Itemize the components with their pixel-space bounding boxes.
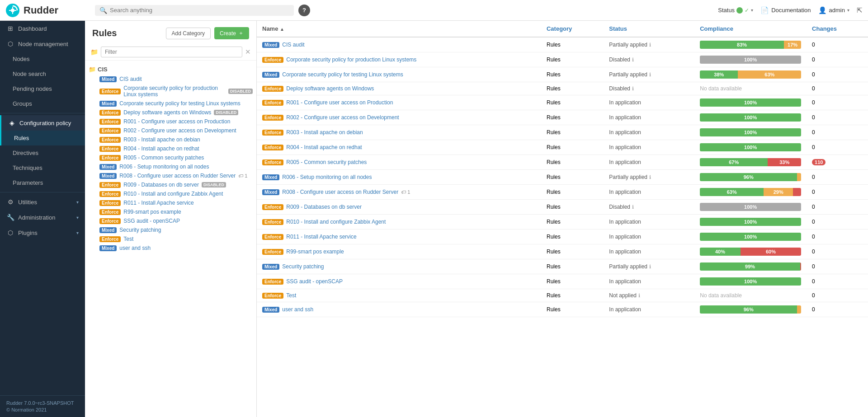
tree-item[interactable]: MixedSecurity patching [85,225,256,234]
row-badge: Enforce [262,234,283,240]
sidebar-item-node-management[interactable]: ⬡ Node management [0,36,85,52]
table-row[interactable]: EnforceR001 - Configure user access on P… [257,95,868,110]
dashboard-icon: ⊞ [6,25,14,32]
tree-item[interactable]: EnforceR99-smart pos example [85,207,256,216]
sidebar-item-techniques[interactable]: Techniques [0,160,85,175]
table-row[interactable]: EnforceR010 - Install and configure Zabb… [257,215,868,230]
search-input[interactable] [110,7,289,14]
search-bar[interactable]: 🔍 [95,5,294,16]
row-name[interactable]: R006 - Setup monitoring on all nodes [282,174,372,180]
col-status[interactable]: Status [604,21,694,37]
table-row[interactable]: MixedSecurity patchingRulesPartially app… [257,259,868,274]
sidebar-item-dashboard[interactable]: ⊞ Dashboard [0,21,85,36]
row-name[interactable]: R003 - Install apache on debian [286,129,363,136]
sidebar-item-groups[interactable]: Groups [0,96,85,111]
tree-item[interactable]: Mixeduser and ssh [85,244,256,253]
row-name[interactable]: Security patching [282,263,324,270]
row-name[interactable]: R008 - Configure user access on Rudder S… [282,189,398,195]
tree-item[interactable]: EnforceCorporate security policy for pro… [85,84,256,99]
table-row[interactable]: EnforceCorporate security policy for pro… [257,52,868,67]
col-name[interactable]: Name ▲ [257,21,541,37]
row-name[interactable]: Corporate security policy for testing Li… [282,71,403,78]
compliance-bar: 38%63% [700,70,801,79]
table-row[interactable]: EnforceR99-smart pos exampleRulesIn appl… [257,244,868,259]
status-info-icon[interactable]: ℹ [632,86,634,92]
tree-item[interactable]: MixedR008 - Configure user access on Rud… [85,171,256,180]
row-name[interactable]: Corporate security policy for production… [286,56,416,63]
tree-item[interactable]: MixedR006 - Setup monitoring on all node… [85,162,256,171]
table-row[interactable]: EnforceR009 - Databases on db serverRule… [257,200,868,215]
tree-item[interactable]: EnforceDeploy software agents on Windows… [85,108,256,117]
sidebar-item-utilities[interactable]: ⚙ Utilities ▾ [0,194,85,210]
tree-item[interactable]: EnforceR010 - Install and configure Zabb… [85,189,256,198]
tree-item[interactable]: EnforceR005 - Common security patches [85,153,256,162]
row-name[interactable]: R011 - Install Apache service [286,234,356,240]
tree-item[interactable]: EnforceR011 - Install Apache service [85,198,256,207]
sidebar-item-node-search[interactable]: Node search [0,66,85,81]
status-info-icon[interactable]: ℹ [632,57,634,63]
table-row[interactable]: MixedR008 - Configure user access on Rud… [257,185,868,200]
status-info-icon[interactable]: ℹ [649,264,651,270]
create-button[interactable]: Create ＋ [214,27,249,39]
row-name[interactable]: CIS audit [282,42,304,48]
tree-item[interactable]: EnforceSSG audit - openSCAP [85,216,256,225]
help-button[interactable]: ? [298,5,310,16]
col-changes[interactable]: Changes [807,21,868,37]
docs-button[interactable]: 📄 Documentation [760,6,811,14]
status-info-icon[interactable]: ℹ [632,204,634,210]
row-name[interactable]: SSG audit - openSCAP [286,278,343,285]
row-name[interactable]: Test [286,292,296,299]
admin-button[interactable]: 👤 admin ▾ [818,6,849,14]
tree-item[interactable]: MixedCorporate security policy for testi… [85,99,256,108]
sidebar-item-directives[interactable]: Directives [0,145,85,160]
table-row[interactable]: EnforceDeploy software agents on Windows… [257,82,868,95]
status-info-icon[interactable]: ℹ [638,293,640,299]
sidebar-item-plugins[interactable]: ⬡ Plugins ▾ [0,225,85,240]
col-category[interactable]: Category [541,21,604,37]
row-name[interactable]: R004 - Install apache on redhat [286,144,362,150]
table-row[interactable]: MixedR006 - Setup monitoring on all node… [257,170,868,185]
table-row[interactable]: Mixeduser and sshRulesIn application96%0 [257,302,868,317]
tree-item[interactable]: EnforceR004 - Install apache on redhat [85,144,256,153]
filter-clear-button[interactable]: ✕ [245,48,251,56]
add-category-button[interactable]: Add Category [166,28,211,39]
row-name[interactable]: user and ssh [282,306,313,313]
table-row[interactable]: EnforceR004 - Install apache on redhatRu… [257,140,868,155]
table-row[interactable]: MixedCIS auditRulesPartially appliedℹ83%… [257,37,868,52]
sidebar-item-nodes[interactable]: Nodes [0,52,85,66]
status-button[interactable]: Status ✓ ▾ [718,7,753,14]
tree-item[interactable]: MixedCIS audit [85,75,256,84]
table-row[interactable]: EnforceR005 - Common security patchesRul… [257,155,868,170]
row-name[interactable]: Deploy software agents on Windows [286,85,374,92]
sidebar-item-administration[interactable]: 🔧 Administration ▾ [0,210,85,225]
row-name[interactable]: R002 - Configure user access on Developm… [286,114,399,121]
row-name[interactable]: R009 - Databases on db server [286,204,362,210]
table-row[interactable]: EnforceTestRulesNot appliedℹNo data avai… [257,289,868,302]
cell-changes: 0 [807,185,868,200]
sidebar-item-pending-nodes[interactable]: Pending nodes [0,81,85,96]
table-row[interactable]: EnforceR002 - Configure user access on D… [257,110,868,125]
status-info-icon[interactable]: ℹ [649,72,651,78]
table-row[interactable]: EnforceR003 - Install apache on debianRu… [257,125,868,140]
filter-input[interactable] [101,47,242,57]
tree-item[interactable]: EnforceR009 - Databases on db serverDISA… [85,180,256,189]
tree-category-cis[interactable]: 📁 CIS [85,64,256,75]
tree-item[interactable]: EnforceR003 - Install apache on debian [85,135,256,144]
table-row[interactable]: EnforceR011 - Install Apache serviceRule… [257,230,868,244]
row-name[interactable]: R99-smart pos example [286,248,344,255]
sidebar-item-rules[interactable]: Rules [0,131,85,145]
row-name[interactable]: R005 - Common security patches [286,159,367,165]
sidebar-item-configuration-policy[interactable]: ◈ Configuration policy [0,115,85,131]
col-compliance[interactable]: Compliance [694,21,807,37]
table-row[interactable]: EnforceSSG audit - openSCAPRulesIn appli… [257,274,868,289]
sidebar-item-parameters[interactable]: Parameters [0,175,85,190]
tree-item[interactable]: EnforceR002 - Configure user access on D… [85,126,256,135]
row-name[interactable]: R001 - Configure user access on Producti… [286,99,393,106]
row-name[interactable]: R010 - Install and configure Zabbix Agen… [286,219,386,225]
table-row[interactable]: MixedCorporate security policy for testi… [257,67,868,82]
status-info-icon[interactable]: ℹ [649,174,651,180]
status-info-icon[interactable]: ℹ [649,42,651,48]
external-link-icon[interactable]: ⇱ [857,6,863,14]
tree-item[interactable]: EnforceR001 - Configure user access on P… [85,117,256,126]
tree-item[interactable]: EnforceTest [85,234,256,244]
